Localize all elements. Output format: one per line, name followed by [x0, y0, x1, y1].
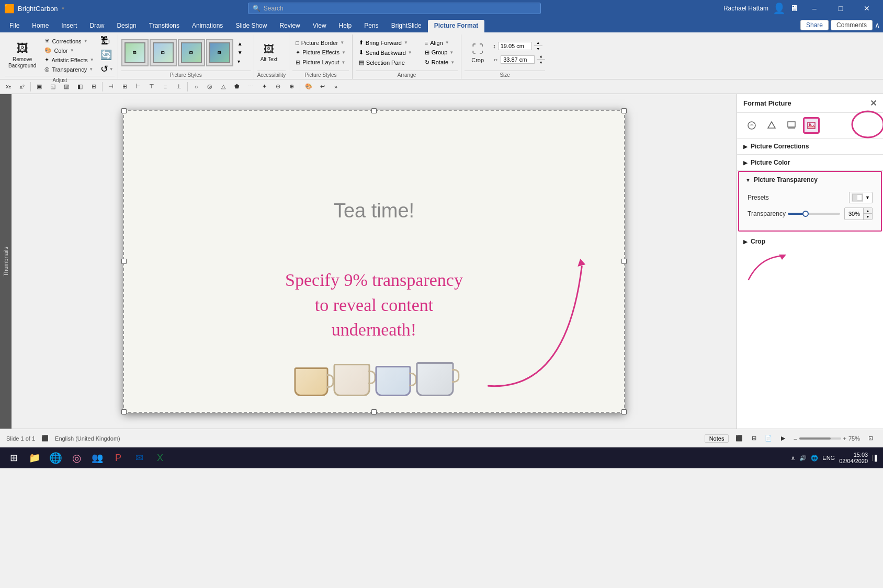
send-backward-button[interactable]: ⬇ Send Backward ▼	[356, 48, 415, 57]
picture-layout-button[interactable]: ⊞ Picture Layout ▼	[292, 58, 349, 67]
panel-tab-effects[interactable]	[763, 117, 780, 134]
format-align2-button[interactable]: ⊞	[118, 81, 131, 93]
tab-help[interactable]: Help	[333, 20, 358, 32]
crop-section[interactable]: ▶ Crop	[737, 234, 883, 249]
format-group4-button[interactable]: ◧	[74, 81, 86, 93]
format-group2-button[interactable]: ◱	[47, 81, 59, 93]
format-group3-button[interactable]: ▨	[60, 81, 73, 93]
picture-style-2[interactable]: 🖼	[150, 39, 177, 66]
transparency-button[interactable]: ◎ Transparency ▼	[41, 65, 97, 74]
tab-pens[interactable]: Pens	[358, 20, 384, 32]
picture-border-button[interactable]: □ Picture Border ▼	[292, 39, 349, 47]
compress-pictures-button[interactable]: 🗜	[99, 34, 115, 48]
format-misc4-button[interactable]: ⊕	[285, 81, 298, 93]
share-button[interactable]: Share	[800, 20, 829, 30]
reading-view-button[interactable]: 📄	[762, 433, 775, 444]
change-picture-button[interactable]: 🔄	[99, 48, 115, 62]
picture-style-1[interactable]: 🖼	[121, 39, 149, 66]
zoom-out-button[interactable]: –	[794, 435, 797, 442]
format-group1-button[interactable]: ▣	[33, 81, 46, 93]
start-button[interactable]: ⊞	[4, 448, 23, 467]
tab-view[interactable]: View	[307, 20, 333, 32]
close-button[interactable]: ✕	[855, 0, 879, 17]
panel-tab-fill[interactable]	[743, 117, 760, 134]
taskbar-excel[interactable]: X	[151, 448, 169, 467]
format-misc2-button[interactable]: ✦	[258, 81, 270, 93]
picture-style-4[interactable]: 🖼	[206, 39, 233, 66]
taskbar-show-desktop[interactable]: ▌	[872, 455, 879, 461]
transparency-down-button[interactable]: ▼	[864, 214, 872, 220]
gallery-more-button[interactable]: ▾	[236, 57, 244, 65]
height-down-button[interactable]: ▼	[534, 46, 542, 52]
format-color-button[interactable]: 🎨	[302, 81, 315, 93]
format-align5-button[interactable]: ≡	[159, 81, 172, 93]
ribbon-collapse-button[interactable]: ∧	[875, 21, 880, 29]
color-button[interactable]: 🎨 Color ▼	[41, 46, 97, 55]
format-misc1-button[interactable]: ⋯	[244, 81, 257, 93]
remove-background-button[interactable]: 🖼 RemoveBackground	[5, 40, 39, 71]
width-down-button[interactable]: ▼	[537, 60, 545, 65]
color-header[interactable]: ▶ Picture Color	[737, 155, 883, 170]
tab-review[interactable]: Review	[273, 20, 306, 32]
align-button[interactable]: ≡ Align ▼	[422, 39, 458, 47]
handle-tr[interactable]	[621, 108, 627, 113]
fit-to-window-button[interactable]: ⊡	[864, 433, 877, 444]
handle-br[interactable]	[621, 409, 627, 414]
tab-design[interactable]: Design	[110, 20, 142, 32]
group-button[interactable]: ⊞ Group ▼	[422, 48, 458, 57]
format-shape3-button[interactable]: △	[217, 81, 230, 93]
format-more-button[interactable]: »	[330, 81, 342, 93]
width-up-button[interactable]: ▲	[537, 54, 545, 60]
format-align6-button[interactable]: ⊥	[173, 81, 185, 93]
reset-picture-button[interactable]: ↺▼	[99, 62, 115, 76]
alt-text-button[interactable]: 🖼 Alt Text	[257, 41, 281, 64]
tab-picture-format[interactable]: Picture Format	[428, 20, 485, 32]
tab-brightslide[interactable]: BrightSlide	[385, 20, 428, 32]
zoom-slider[interactable]	[799, 437, 841, 440]
app-dropdown-chevron[interactable]: ▼	[61, 6, 65, 11]
tab-transitions[interactable]: Transitions	[143, 20, 186, 32]
gallery-up-button[interactable]: ▲	[236, 40, 244, 48]
thumbnails-label[interactable]: Thumbnails	[3, 247, 9, 276]
search-box[interactable]: 🔍 Search	[248, 3, 541, 14]
transparency-up-button[interactable]: ▲	[864, 208, 872, 214]
transparency-header[interactable]: ▼ Picture Transparency	[739, 172, 881, 188]
presets-dropdown[interactable]: ▼	[849, 192, 873, 203]
normal-view-button[interactable]: ⬛	[733, 433, 745, 444]
taskbar-app2[interactable]: ◎	[67, 448, 86, 467]
slider-thumb[interactable]	[802, 211, 809, 217]
panel-tab-layout[interactable]	[783, 117, 800, 134]
bring-forward-button[interactable]: ⬆ Bring Forward ▼	[356, 38, 415, 47]
taskbar-teams[interactable]: 👥	[88, 448, 107, 467]
artistic-effects-button[interactable]: ✦ Artistic Effects ▼	[41, 55, 97, 64]
handle-bc[interactable]	[371, 409, 377, 414]
taskbar-outlook[interactable]: ✉	[130, 448, 149, 467]
format-shape4-button[interactable]: ⬟	[231, 81, 243, 93]
taskbar-powerpoint[interactable]: P	[109, 448, 128, 467]
tab-slideshow[interactable]: Slide Show	[229, 20, 273, 32]
notes-button[interactable]: Notes	[705, 434, 729, 443]
format-align1-button[interactable]: ⊣	[105, 81, 117, 93]
selection-pane-button[interactable]: ▤ Selection Pane	[356, 58, 415, 67]
format-align3-button[interactable]: ⊢	[132, 81, 144, 93]
tab-draw[interactable]: Draw	[83, 20, 110, 32]
handle-bl[interactable]	[121, 409, 127, 414]
comments-button[interactable]: Comments	[831, 20, 873, 30]
corrections-button[interactable]: ☀ Corrections ▼	[41, 37, 97, 45]
format-group5-button[interactable]: ⊞	[87, 81, 100, 93]
transparency-slider[interactable]	[788, 213, 840, 215]
height-input[interactable]	[498, 42, 532, 50]
handle-ml[interactable]	[121, 259, 127, 264]
format-align4-button[interactable]: ⊤	[145, 81, 158, 93]
format-shape2-button[interactable]: ◎	[203, 81, 216, 93]
handle-tl[interactable]	[121, 108, 127, 113]
taskbar-explorer[interactable]: 📁	[25, 448, 44, 467]
rotate-button[interactable]: ↻ Rotate ▼	[422, 58, 458, 67]
presentation-view-button[interactable]: ▶	[777, 433, 789, 444]
corrections-header[interactable]: ▶ Picture Corrections	[737, 139, 883, 154]
taskbar-chrome[interactable]: 🌐	[46, 448, 65, 467]
slide-sorter-button[interactable]: ⊞	[748, 433, 760, 444]
crop-button[interactable]: ⛶ Crop	[465, 40, 491, 65]
tab-home[interactable]: Home	[26, 20, 55, 32]
zoom-in-button[interactable]: +	[843, 435, 846, 442]
